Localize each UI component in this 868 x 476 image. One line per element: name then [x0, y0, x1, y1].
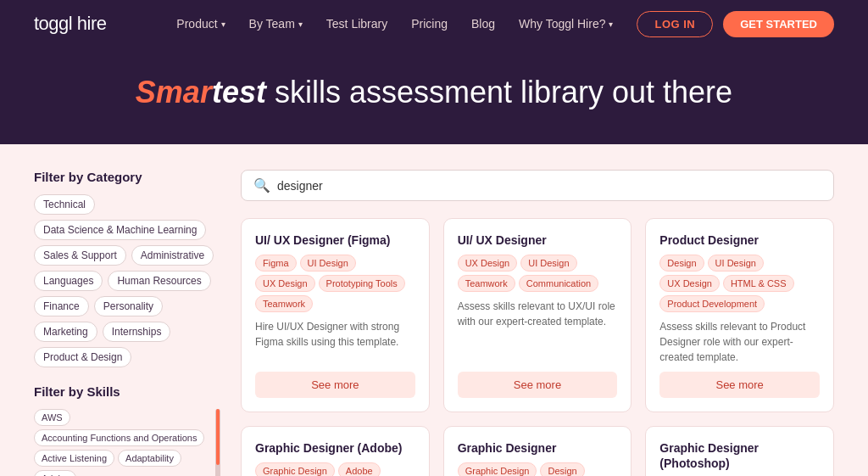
- card: UI/ UX DesignerUX DesignUI DesignTeamwor…: [443, 218, 632, 412]
- card-tag[interactable]: Communication: [519, 275, 598, 292]
- card-title: Graphic Designer (Adobe): [255, 440, 415, 456]
- skill-tag[interactable]: Accounting Functions and Operations: [34, 429, 204, 446]
- nav-item-product[interactable]: Product ▾: [176, 17, 225, 31]
- see-more-button[interactable]: See more: [458, 372, 618, 398]
- card-tags: FigmaUI DesignUX DesignPrototyping Tools…: [255, 255, 415, 312]
- category-tag[interactable]: Internships: [103, 322, 171, 342]
- skills-filter-title: Filter by Skills: [34, 384, 220, 399]
- hero-title-accent: Smar: [136, 75, 212, 109]
- category-tag[interactable]: Human Resources: [108, 271, 210, 291]
- card-tag[interactable]: HTML & CSS: [723, 275, 794, 292]
- chevron-icon: ▾: [609, 20, 613, 29]
- search-icon: 🔍: [253, 177, 270, 193]
- category-tag[interactable]: Administrative: [131, 245, 214, 266]
- see-more-button[interactable]: See more: [659, 372, 820, 398]
- nav-item-byteam[interactable]: By Team ▾: [249, 17, 303, 31]
- card-tag[interactable]: UI Design: [708, 255, 764, 272]
- category-tag[interactable]: Finance: [34, 296, 89, 316]
- category-tag[interactable]: Marketing: [34, 322, 97, 342]
- main-content: Filter by Category TechnicalData Science…: [0, 144, 868, 476]
- card-title: UI/ UX Designer (Figma): [255, 232, 415, 248]
- card-tag[interactable]: Figma: [255, 255, 297, 272]
- sidebar: Filter by Category TechnicalData Science…: [34, 170, 220, 476]
- skill-row: AWS: [34, 409, 220, 426]
- card-tags: DesignUI DesignUX DesignHTML & CSSProduc…: [659, 255, 820, 312]
- card-tag[interactable]: Teamwork: [255, 295, 313, 312]
- card-description: Assess skills relevant to UX/UI role wit…: [458, 299, 618, 365]
- see-more-button[interactable]: See more: [255, 372, 415, 398]
- search-input[interactable]: [277, 179, 821, 193]
- card-tag[interactable]: UI Design: [300, 255, 356, 272]
- card-tags: UX DesignUI DesignTeamworkCommunication: [458, 255, 618, 292]
- card-tag[interactable]: Graphic Design: [458, 462, 537, 476]
- category-tag[interactable]: Personality: [94, 296, 163, 316]
- card-tag[interactable]: Adobe: [338, 462, 381, 476]
- chevron-icon: ▾: [221, 20, 225, 29]
- card-description: Hire UI/UX Designer with strong Figma sk…: [255, 319, 415, 365]
- category-tag[interactable]: Languages: [34, 271, 103, 291]
- hero-section: Smartest skills assessment library out t…: [0, 48, 868, 144]
- card: Graphic Designer (Photoshop)PhotoshopGra…: [645, 426, 834, 476]
- card: Graphic DesignerGraphic DesignDesignProt…: [443, 426, 632, 476]
- card: UI/ UX Designer (Figma)FigmaUI DesignUX …: [241, 218, 430, 412]
- chevron-icon: ▾: [298, 20, 303, 29]
- skill-tag[interactable]: AWS: [34, 409, 70, 426]
- category-tags: TechnicalData Science & Machine Learning…: [34, 194, 220, 367]
- card-title: UI/ UX Designer: [458, 232, 618, 248]
- logo-hire: hire: [77, 13, 107, 34]
- card-tag[interactable]: UX Design: [659, 275, 720, 292]
- search-bar[interactable]: 🔍: [241, 170, 834, 201]
- card-title: Graphic Designer: [458, 440, 618, 456]
- logo[interactable]: toggl hire: [34, 13, 107, 35]
- cards-grid: UI/ UX Designer (Figma)FigmaUI DesignUX …: [241, 218, 834, 476]
- card: Graphic Designer (Adobe)Graphic DesignAd…: [241, 426, 430, 476]
- skill-row: Active ListeningAdaptabilityAdobe: [34, 450, 220, 476]
- nav-item-whytoggl[interactable]: Why Toggl Hire? ▾: [519, 17, 613, 31]
- card-tag[interactable]: Design: [659, 255, 704, 272]
- card-tag[interactable]: Design: [540, 462, 584, 476]
- nav-item-pricing[interactable]: Pricing: [411, 17, 448, 31]
- navbar: toggl hire Product ▾ By Team ▾ Test Libr…: [0, 0, 868, 48]
- logo-text: toggl: [34, 13, 77, 34]
- card-tags: Graphic DesignAdobeFigmaPrototyping Tool…: [255, 462, 415, 476]
- card-tag[interactable]: Teamwork: [458, 275, 515, 292]
- login-button[interactable]: LOG IN: [637, 11, 713, 37]
- card-title: Product Designer: [659, 232, 820, 248]
- nav-cta: LOG IN GET STARTED: [637, 11, 834, 37]
- card-tag[interactable]: Prototyping Tools: [319, 275, 405, 292]
- hero-title: Smartest skills assessment library out t…: [17, 75, 851, 110]
- skill-tag[interactable]: Adaptability: [118, 450, 181, 467]
- skill-tag[interactable]: Active Listening: [34, 450, 114, 467]
- nav-item-blog[interactable]: Blog: [471, 17, 495, 31]
- skill-tag[interactable]: Adobe: [34, 470, 76, 476]
- card-tag[interactable]: UX Design: [255, 275, 315, 292]
- nav-item-testlibrary[interactable]: Test Library: [326, 17, 387, 31]
- category-tag[interactable]: Data Science & Machine Learning: [34, 220, 206, 240]
- category-tag[interactable]: Sales & Support: [34, 245, 126, 266]
- card-tag[interactable]: UI Design: [520, 255, 576, 272]
- category-filter-title: Filter by Category: [34, 170, 220, 184]
- card-tag[interactable]: Product Development: [659, 295, 765, 312]
- get-started-button[interactable]: GET STARTED: [723, 11, 834, 37]
- skills-list: AWSAccounting Functions and OperationsAc…: [34, 409, 220, 476]
- nav-links: Product ▾ By Team ▾ Test Library Pricing…: [176, 17, 613, 31]
- card-tag[interactable]: Graphic Design: [255, 462, 335, 476]
- category-tag[interactable]: Product & Design: [34, 347, 131, 367]
- category-tag[interactable]: Technical: [34, 194, 95, 215]
- cards-section: 🔍 UI/ UX Designer (Figma)FigmaUI DesignU…: [241, 170, 834, 476]
- card-title: Graphic Designer (Photoshop): [659, 440, 820, 471]
- card-description: Assess skills relevant to Product Design…: [659, 319, 820, 365]
- card: Product DesignerDesignUI DesignUX Design…: [645, 218, 834, 412]
- card-tags: Graphic DesignDesignPrototyping ToolsTea…: [458, 462, 618, 476]
- card-tag[interactable]: UX Design: [458, 255, 518, 272]
- skill-row: Accounting Functions and Operations: [34, 429, 220, 446]
